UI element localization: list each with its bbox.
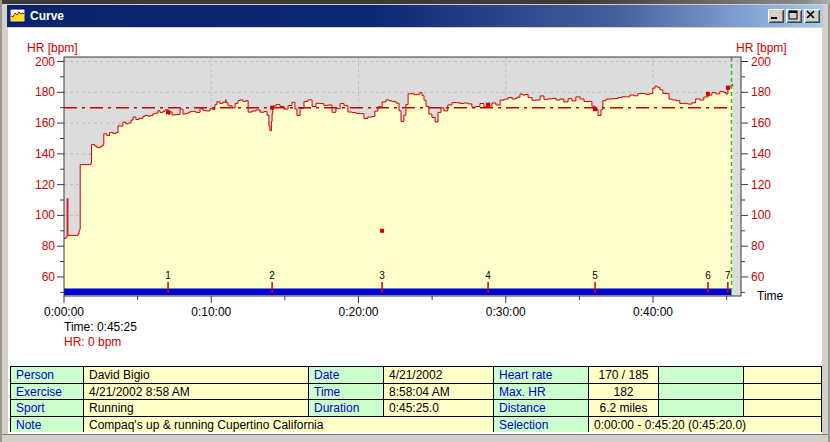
- cursor-time-readout: Time: 0:45:25: [64, 320, 137, 334]
- window-frame-bottom-shadow: [2, 434, 828, 435]
- y-axis-label-right: 180: [751, 85, 771, 99]
- lap-marker: [166, 110, 170, 114]
- hr-curve-chart[interactable]: 1234567606080801001001201201401401601601…: [0, 0, 830, 365]
- table-value-cell: 170 / 185: [589, 367, 658, 383]
- lap-marker: [593, 107, 597, 111]
- x-axis-label: 0:20:00: [338, 305, 378, 319]
- y-axis-label-right: 80: [751, 239, 765, 253]
- exercise-info-table: PersonDavid BigioDate4/21/2002Heart rate…: [10, 366, 822, 432]
- table-label-cell: Distance: [494, 400, 588, 416]
- y-axis-label-right: 100: [751, 208, 771, 222]
- time-axis-title: Time: [757, 289, 784, 303]
- table-label-cell: Person: [11, 367, 83, 383]
- y-axis-label-left: 180: [35, 85, 55, 99]
- lap-marker: [486, 103, 490, 107]
- table-label-cell: [659, 384, 743, 399]
- y-axis-label-left: 120: [35, 178, 55, 192]
- y-axis-label-left: 140: [35, 147, 55, 161]
- x-axis-label: 0:00:00: [44, 305, 84, 319]
- table-value-cell: Running: [84, 400, 308, 416]
- y-axis-label-right: 120: [751, 178, 771, 192]
- table-label-cell: [659, 367, 743, 383]
- table-value-cell: 6.2 miles: [589, 400, 658, 416]
- cursor-hr-readout: HR: 0 bpm: [64, 335, 121, 349]
- lap-marker: [726, 86, 730, 90]
- table-value-cell: 0:45:25.0: [384, 400, 493, 416]
- lap-number: 7: [725, 270, 731, 281]
- lap-number: 4: [485, 270, 491, 281]
- table-label-cell: Duration: [309, 400, 383, 416]
- x-axis-label: 0:40:00: [633, 305, 673, 319]
- lap-marker: [270, 106, 274, 110]
- lap-marker: [380, 229, 384, 233]
- table-value-cell: 8:58:04 AM: [384, 384, 493, 399]
- table-value-cell: 4/21/2002: [384, 367, 493, 383]
- y-axis-label-left: 80: [42, 239, 56, 253]
- table-label-cell: Selection: [494, 417, 588, 432]
- table-label-cell: Exercise: [11, 384, 83, 399]
- lap-number: 5: [592, 270, 598, 281]
- y-axis-label-right: 140: [751, 147, 771, 161]
- lap-number: 3: [379, 270, 385, 281]
- table-label-cell: Date: [309, 367, 383, 383]
- hr-area-fill: [64, 85, 733, 296]
- table-value-cell: [744, 400, 821, 416]
- table-value-cell: 182: [589, 384, 658, 399]
- x-axis-label: 0:10:00: [191, 305, 231, 319]
- table-label-cell: Heart rate: [494, 367, 588, 383]
- table-value-cell: 0:00:00 - 0:45:20 (0:45:20.0): [589, 417, 821, 432]
- table-label-cell: Time: [309, 384, 383, 399]
- y-axis-label-left: 60: [42, 270, 56, 284]
- y-axis-label-right: 200: [751, 55, 771, 69]
- lap-number: 1: [165, 270, 171, 281]
- table-value-cell: 4/21/2002 8:58 AM: [84, 384, 308, 399]
- table-label-cell: Sport: [11, 400, 83, 416]
- table-value-cell: David Bigio: [84, 367, 308, 383]
- y-axis-label-left: 200: [35, 55, 55, 69]
- lap-marker: [706, 92, 710, 96]
- hr-axis-title-right: HR [bpm]: [736, 41, 787, 55]
- hr-axis-title-left: HR [bpm]: [27, 41, 78, 55]
- table-label-cell: [659, 400, 743, 416]
- table-value-cell: [744, 384, 821, 399]
- table-label-cell: Max. HR: [494, 384, 588, 399]
- lap-number: 6: [705, 270, 711, 281]
- y-axis-label-left: 100: [35, 208, 55, 222]
- x-axis-label: 0:30:00: [486, 305, 526, 319]
- table-value-cell: Compaq's up & running Cupertino Californ…: [84, 417, 493, 432]
- y-axis-label-right: 60: [751, 270, 765, 284]
- table-value-cell: [744, 367, 821, 383]
- y-axis-label-left: 160: [35, 116, 55, 130]
- table-label-cell: Note: [11, 417, 83, 432]
- y-axis-label-right: 160: [751, 116, 771, 130]
- lap-number: 2: [269, 270, 275, 281]
- exercise-time-bar: [64, 289, 732, 296]
